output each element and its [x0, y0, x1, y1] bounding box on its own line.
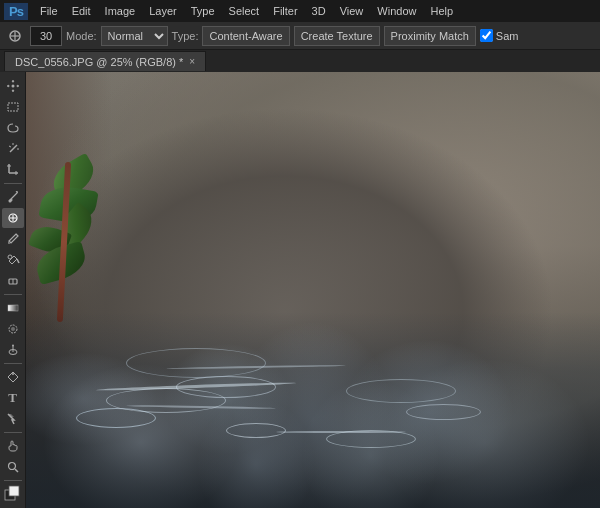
tool-zoom[interactable] — [2, 457, 24, 477]
canvas-area[interactable] — [26, 72, 600, 508]
menu-view[interactable]: View — [334, 3, 370, 19]
water-streak-4 — [276, 431, 406, 433]
menu-type[interactable]: Type — [185, 3, 221, 19]
ripple-7 — [406, 404, 481, 420]
svg-point-3 — [11, 85, 14, 88]
main-layout: T — [0, 72, 600, 508]
tool-brush[interactable] — [2, 229, 24, 249]
options-bar: Mode: Normal Replace Multiply Type: Cont… — [0, 22, 600, 50]
tab-close-btn[interactable]: × — [189, 56, 195, 67]
menu-bar: Ps File Edit Image Layer Type Select Fil… — [0, 0, 600, 22]
tool-type[interactable]: T — [2, 388, 24, 408]
tool-marquee-rect[interactable] — [2, 97, 24, 117]
canvas-content — [26, 72, 600, 508]
tool-healing-brush[interactable] — [2, 208, 24, 228]
tab-title: DSC_0556.JPG @ 25% (RGB/8) * — [15, 56, 183, 68]
svg-line-5 — [10, 145, 17, 152]
menu-3d[interactable]: 3D — [306, 3, 332, 19]
svg-point-26 — [12, 345, 14, 347]
create-texture-btn[interactable]: Create Texture — [294, 26, 380, 46]
menu-image[interactable]: Image — [99, 3, 142, 19]
brush-size-input[interactable] — [30, 26, 62, 46]
tool-magic-wand[interactable] — [2, 139, 24, 159]
tab-bar: DSC_0556.JPG @ 25% (RGB/8) * × — [0, 50, 600, 72]
mode-select[interactable]: Normal Replace Multiply — [101, 26, 168, 46]
tool-eraser[interactable] — [2, 271, 24, 291]
menu-filter[interactable]: Filter — [267, 3, 303, 19]
menu-help[interactable]: Help — [424, 3, 459, 19]
proximity-match-btn[interactable]: Proximity Match — [384, 26, 476, 46]
tool-separator-1 — [4, 183, 22, 184]
svg-line-7 — [9, 146, 11, 147]
tool-separator-2 — [4, 294, 22, 295]
svg-point-18 — [8, 255, 12, 259]
tool-separator-5 — [4, 480, 22, 481]
tool-path-select[interactable] — [2, 409, 24, 429]
tool-hand[interactable] — [2, 436, 24, 456]
svg-rect-21 — [8, 305, 18, 311]
tool-blur[interactable] — [2, 319, 24, 339]
svg-point-28 — [8, 463, 15, 470]
healing-brush-tool-icon — [4, 25, 26, 47]
tool-separator-4 — [4, 432, 22, 433]
tool-separator-3 — [4, 363, 22, 364]
svg-point-13 — [8, 200, 11, 203]
ps-logo: Ps — [4, 3, 28, 20]
ripple-5 — [126, 348, 266, 378]
photo-background — [26, 72, 600, 508]
tool-eyedropper[interactable] — [2, 187, 24, 207]
ripple-3 — [226, 423, 286, 438]
content-aware-btn[interactable]: Content-Aware — [202, 26, 289, 46]
tool-crop[interactable] — [2, 160, 24, 180]
type-label: Type: — [172, 30, 199, 42]
svg-line-17 — [17, 259, 19, 263]
menu-file[interactable]: File — [34, 3, 64, 19]
menu-select[interactable]: Select — [223, 3, 266, 19]
menu-layer[interactable]: Layer — [143, 3, 183, 19]
sample-checkbox[interactable]: Sam — [480, 29, 519, 42]
svg-rect-4 — [8, 103, 18, 111]
sample-all-layers-check[interactable] — [480, 29, 493, 42]
tool-clone-stamp[interactable] — [2, 250, 24, 270]
svg-line-29 — [15, 469, 18, 472]
tool-move[interactable] — [2, 76, 24, 96]
toolbar: T — [0, 72, 26, 508]
tool-gradient[interactable] — [2, 298, 24, 318]
ripple-8 — [346, 379, 456, 403]
mode-label: Mode: — [66, 30, 97, 42]
document-tab[interactable]: DSC_0556.JPG @ 25% (RGB/8) * × — [4, 51, 206, 71]
menu-window[interactable]: Window — [371, 3, 422, 19]
tool-dodge[interactable] — [2, 340, 24, 360]
tool-pen[interactable] — [2, 367, 24, 387]
tool-foreground-bg[interactable] — [2, 484, 24, 504]
menu-edit[interactable]: Edit — [66, 3, 97, 19]
svg-rect-31 — [9, 486, 19, 496]
svg-point-23 — [11, 327, 15, 331]
tool-lasso[interactable] — [2, 118, 24, 138]
